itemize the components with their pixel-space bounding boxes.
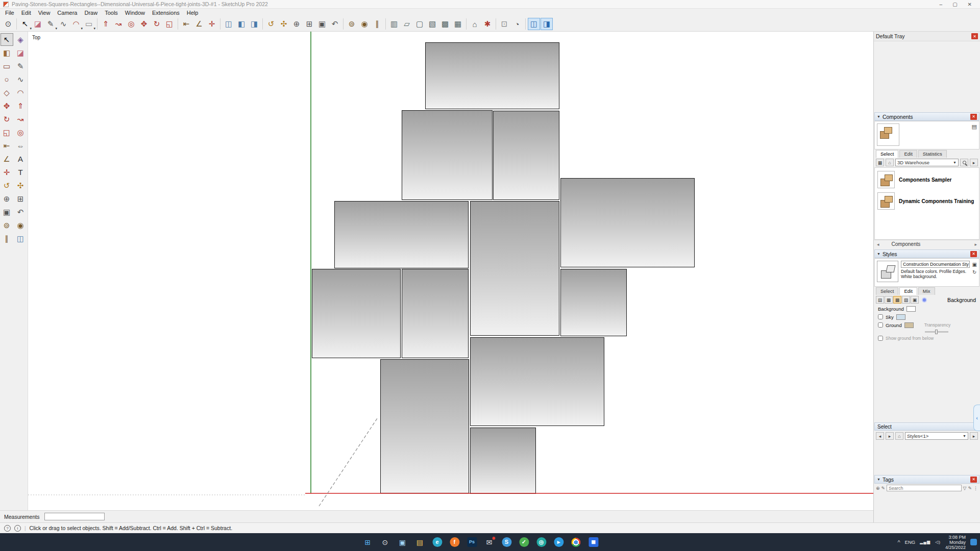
color-dot-icon[interactable] <box>921 297 927 303</box>
filter-icon[interactable]: ▽ <box>963 486 967 491</box>
freehand-tool[interactable]: ∿ <box>14 73 27 86</box>
maximize-button[interactable]: ▢ <box>952 2 957 7</box>
offset-icon[interactable]: ◎ <box>125 18 137 30</box>
3d-warehouse-icon[interactable]: ⌂ <box>469 18 481 30</box>
home-icon[interactable]: ⌂ <box>886 159 894 166</box>
network-icon[interactable]: ▂▄▆ <box>920 540 930 544</box>
styles-tab-edit[interactable]: Edit <box>899 287 917 295</box>
firefox-icon[interactable]: f <box>449 537 460 548</box>
protractor-icon[interactable]: ∠ <box>193 18 205 30</box>
style-thumbnail[interactable] <box>877 261 898 282</box>
position-camera-icon[interactable]: ⊚ <box>346 18 358 30</box>
ground-checkbox[interactable] <box>878 322 883 328</box>
panel-toggle-b-icon[interactable]: ◨ <box>541 18 553 30</box>
app-blue2-icon[interactable]: ▦ <box>587 537 599 548</box>
tags-section-header[interactable]: ▼ Tags ✕ <box>874 475 979 484</box>
forward-icon[interactable]: ▸ <box>974 242 977 247</box>
photoshop-icon[interactable]: Ps <box>466 537 477 548</box>
search-icon[interactable]: ⊙ <box>379 537 390 548</box>
menu-window[interactable]: Window <box>121 10 149 16</box>
pencil-icon[interactable]: ✎ <box>968 486 972 491</box>
make-component-tool[interactable]: ◈ <box>14 33 27 46</box>
credits-icon[interactable]: i <box>14 525 21 532</box>
circle-tool[interactable]: ○ <box>1 73 13 86</box>
chrome-icon[interactable] <box>570 537 581 548</box>
styles-tab-mix[interactable]: Mix <box>918 287 935 295</box>
section-plane-icon[interactable]: ◫ <box>223 18 235 30</box>
back-icon[interactable]: ◂ <box>877 242 879 247</box>
components-section-header[interactable]: ▼ Components ✕ <box>874 112 979 121</box>
scale-icon[interactable]: ◱ <box>163 18 176 30</box>
rectangle-tool[interactable]: ▭ <box>1 60 13 72</box>
polygon-tool[interactable]: ◇ <box>1 86 13 99</box>
show-ground-checkbox[interactable] <box>878 336 883 341</box>
follow-me-icon[interactable]: ↝ <box>112 18 125 30</box>
line-icon[interactable]: ✎▾ <box>44 18 57 30</box>
components-tab-select[interactable]: Select <box>876 150 898 158</box>
skype-icon[interactable]: S <box>501 537 512 548</box>
zoom-in-icon[interactable]: ⊕ <box>290 18 303 30</box>
in-model-icon[interactable]: ▦ <box>876 159 884 166</box>
rotate-tool[interactable]: ↻ <box>1 113 13 126</box>
sky-color-swatch[interactable] <box>896 314 905 320</box>
hidden-line-style-icon[interactable]: ▧ <box>426 18 438 30</box>
position-camera-tool[interactable]: ⊚ <box>1 219 13 232</box>
match-photo-icon[interactable]: ◔ <box>511 18 523 30</box>
back-icon[interactable]: ◂ <box>876 432 884 440</box>
start-icon[interactable]: ⊞ <box>362 537 373 548</box>
walk-tool[interactable]: ∥ <box>1 232 13 245</box>
tags-close-icon[interactable]: ✕ <box>970 477 977 483</box>
slider-thumb[interactable] <box>935 330 938 334</box>
refresh-style-icon[interactable]: ↻ <box>972 269 976 275</box>
zoom-tool[interactable]: ⊕ <box>1 192 13 205</box>
menu-file[interactable]: File <box>2 10 18 16</box>
offset-tool[interactable]: ◎ <box>14 126 27 139</box>
textured-style-icon[interactable]: ▦ <box>452 18 464 30</box>
extension-warehouse-icon[interactable]: ✱ <box>481 18 494 30</box>
app-blue-icon[interactable]: ▸ <box>553 537 564 548</box>
sky-checkbox[interactable] <box>878 314 883 319</box>
components-tab-edit[interactable]: Edit <box>899 150 917 158</box>
panel-toggle-a-icon[interactable]: ◫ <box>528 18 540 30</box>
component-item[interactable]: Dynamic Components Training <box>876 190 978 212</box>
style-name-field[interactable]: Construction Documentation Sty <box>901 261 970 268</box>
edit-tag-icon[interactable]: ✎ <box>881 486 886 491</box>
close-button[interactable]: ✕ <box>968 2 972 7</box>
options-dots-icon[interactable]: ⋮ <box>973 486 978 491</box>
freehand-icon[interactable]: ∿ <box>57 18 69 30</box>
volume-icon[interactable]: ◁) <box>935 540 941 544</box>
rotate-icon[interactable]: ↻ <box>151 18 163 30</box>
previous-view-icon[interactable]: ↶ <box>329 18 341 30</box>
menu-extensions[interactable]: Extensions <box>149 10 183 16</box>
transparency-slider[interactable] <box>925 331 948 333</box>
section-fill-icon[interactable]: ◧ <box>235 18 248 30</box>
face-settings-icon[interactable]: ▦ <box>885 296 893 304</box>
taskbar-clock[interactable]: 3:08 PM Monday 4/25/2022 <box>945 535 966 550</box>
protractor-tool[interactable]: ∠ <box>1 153 13 165</box>
pan-icon[interactable]: ✣ <box>278 18 290 30</box>
xray-style-icon[interactable]: ▥ <box>388 18 400 30</box>
zoom-extents-icon[interactable]: ▣ <box>316 18 328 30</box>
dimension-tool[interactable]: ⇔ <box>14 139 27 152</box>
styles-section-header[interactable]: ▼ Styles ✕ <box>874 249 979 258</box>
task-view-icon[interactable]: ▣ <box>397 537 408 548</box>
line-tool[interactable]: ✎ <box>14 60 27 72</box>
text-tool[interactable]: A <box>14 153 27 165</box>
layout-export-icon[interactable]: ⊡ <box>498 18 510 30</box>
menu-camera[interactable]: Camera <box>54 10 81 16</box>
follow-me-tool[interactable]: ↝ <box>14 113 27 126</box>
components-close-icon[interactable]: ✕ <box>970 114 977 120</box>
menu-draw[interactable]: Draw <box>81 10 101 16</box>
search-icon[interactable] <box>960 159 968 166</box>
previous-view-tool[interactable]: ↶ <box>14 206 27 218</box>
arc-tool[interactable]: ◠ <box>14 86 27 99</box>
forward-icon[interactable]: ▸ <box>886 432 894 440</box>
axes-icon[interactable]: ✛ <box>206 18 218 30</box>
push-pull-tool[interactable]: ⇑ <box>14 99 27 112</box>
arc-icon[interactable]: ◠▾ <box>70 18 82 30</box>
orbit-tool[interactable]: ↺ <box>1 179 13 192</box>
details-arrow-icon[interactable]: ▸ <box>970 432 978 440</box>
watermark-settings-icon[interactable]: ▧ <box>902 296 910 304</box>
walk-icon[interactable]: ∥ <box>371 18 383 30</box>
component-item[interactable]: Components Sampler <box>876 169 978 190</box>
